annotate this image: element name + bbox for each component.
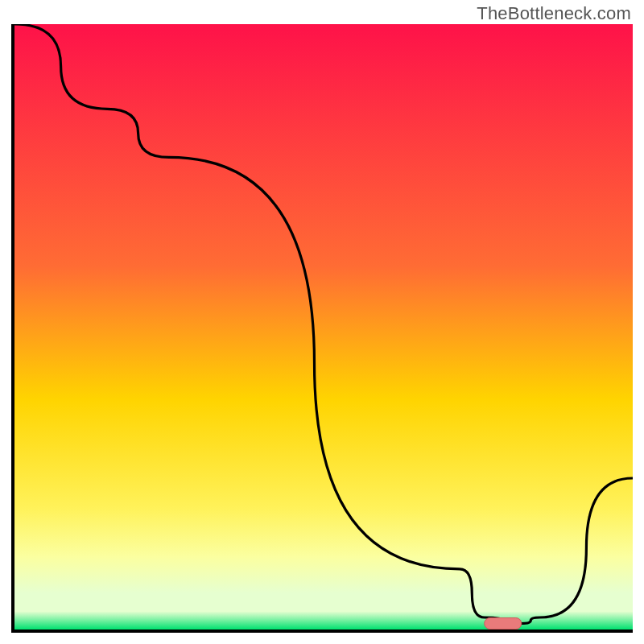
chart-stage: TheBottleneck.com	[0, 0, 644, 644]
watermark-text: TheBottleneck.com	[477, 3, 631, 24]
optimum-marker	[485, 618, 522, 630]
plot-svg	[14, 24, 633, 630]
gradient-background	[14, 24, 633, 630]
axes-frame	[11, 24, 633, 633]
